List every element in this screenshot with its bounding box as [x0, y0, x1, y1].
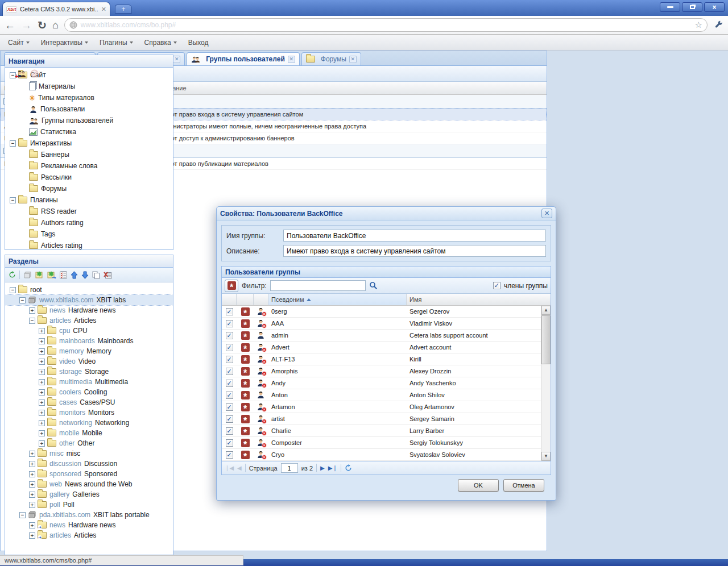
forward-button[interactable]: →: [21, 20, 32, 31]
scroll-down-icon[interactable]: ▼: [541, 452, 551, 461]
user-checkbox[interactable]: ✓: [226, 320, 233, 327]
user-row[interactable]: ✓*×AmorphisAlexey Drozzin: [222, 365, 541, 377]
user-checkbox[interactable]: ✓: [226, 368, 233, 375]
nav-item-users[interactable]: Пользователи: [5, 103, 173, 115]
menu-logout[interactable]: Выход: [188, 39, 209, 47]
tree-collapse-icon[interactable]: −: [10, 140, 16, 147]
section-root[interactable]: −root: [5, 285, 173, 295]
user-checkbox[interactable]: ✓: [226, 415, 233, 423]
tree-collapse-icon[interactable]: −: [10, 287, 16, 293]
new-tab-button[interactable]: +: [115, 5, 132, 14]
section-multimedia[interactable]: +multimediaMultimedia: [5, 377, 173, 387]
tree-expand-icon[interactable]: +: [29, 307, 35, 314]
user-checkbox[interactable]: ✓: [226, 392, 233, 399]
site-icon[interactable]: [23, 271, 32, 279]
tree-expand-icon[interactable]: +: [39, 430, 45, 436]
section-web[interactable]: +webNews around the Web: [5, 479, 173, 489]
user-checkbox[interactable]: ✓: [226, 344, 233, 351]
user-row[interactable]: ✓*×CryoSvyatoslav Soloviev: [222, 449, 541, 461]
user-row[interactable]: ✓*×artistSergey Samarin: [222, 413, 541, 425]
vertical-scrollbar[interactable]: ▲ ▼: [541, 306, 551, 461]
section-news[interactable]: +newsHardware news: [5, 305, 173, 315]
section-discussion[interactable]: +discussionDiscussion: [5, 459, 173, 469]
refresh-icon[interactable]: [9, 271, 16, 278]
nav-item-materials[interactable]: Материалы: [5, 81, 173, 92]
new-section-icon[interactable]: [35, 271, 44, 279]
copy-icon[interactable]: [92, 271, 100, 279]
window-maximize-button[interactable]: [682, 2, 702, 12]
delete-icon[interactable]: [104, 271, 112, 279]
section-other[interactable]: +otherOther: [5, 438, 173, 448]
move-down-icon[interactable]: [81, 271, 89, 279]
nav-item-banners[interactable]: Баннеры: [5, 149, 173, 160]
ok-button[interactable]: OK: [458, 479, 499, 492]
dialog-close-button[interactable]: ✕: [541, 209, 552, 218]
bookmark-star-icon[interactable]: ☆: [695, 20, 702, 30]
tab-forums[interactable]: Форумы✕: [301, 52, 361, 65]
user-row[interactable]: ✓*×CharlieLarry Barber: [222, 425, 541, 437]
user-row[interactable]: ✓*×AdvertAdvert account: [222, 342, 541, 353]
cetera-filter-button[interactable]: *: [225, 280, 238, 292]
tree-collapse-icon[interactable]: −: [10, 197, 16, 203]
nav-item-forums[interactable]: Форумы: [5, 183, 173, 194]
menu-plugins[interactable]: Плагины: [100, 39, 133, 47]
last-page-icon[interactable]: ▶❘: [328, 465, 337, 471]
next-page-icon[interactable]: ▶: [320, 465, 325, 471]
menu-site[interactable]: Сайт: [8, 39, 30, 47]
prev-page-icon[interactable]: ◀: [237, 465, 242, 471]
reload-button[interactable]: ↻: [38, 20, 47, 31]
section-sponsored[interactable]: +sponsoredSponsored: [5, 469, 173, 479]
nav-item-rss-reader[interactable]: RSS reader: [5, 206, 173, 217]
user-checkbox[interactable]: ✓: [226, 439, 233, 447]
user-row[interactable]: ✓*×ArtamonOleg Artamonov: [222, 401, 541, 413]
tree-expand-icon[interactable]: +: [29, 522, 35, 528]
nav-item-mailings[interactable]: Рассылки: [5, 172, 173, 183]
section-storage[interactable]: +storageStorage: [5, 367, 173, 377]
group-description-input[interactable]: [283, 245, 546, 257]
dialog-titlebar[interactable]: Свойства: Пользователи BackOffice ✕: [217, 207, 556, 220]
nav-item-interactives[interactable]: −Интерактивы: [5, 138, 173, 149]
tree-expand-icon[interactable]: +: [29, 532, 35, 539]
tree-collapse-icon[interactable]: −: [19, 297, 26, 303]
section-monitors[interactable]: +monitorsMonitors: [5, 407, 173, 418]
tab-user-groups[interactable]: Группы пользователей✕: [187, 52, 300, 65]
nav-item-authors-rating[interactable]: Authors rating: [5, 217, 173, 228]
user-row[interactable]: ✓*×ComposterSergiy Tolokunskyy: [222, 437, 541, 449]
delete-disabled-icon[interactable]: [30, 69, 39, 78]
nav-item-user-groups[interactable]: Группы пользователей: [5, 115, 173, 126]
tree-expand-icon[interactable]: +: [29, 492, 35, 498]
section-networking[interactable]: +networkingNetworking: [5, 418, 173, 428]
new-link-section-icon[interactable]: [47, 271, 56, 279]
section-cases[interactable]: +casesCases/PSU: [5, 397, 173, 407]
tree-expand-icon[interactable]: +: [29, 471, 35, 477]
tab-close-icon[interactable]: ✕: [288, 56, 295, 63]
section-articles[interactable]: −articlesArticles: [5, 315, 173, 326]
user-row[interactable]: ✓*×AAAVladimir Viskov: [222, 318, 541, 330]
section-pda-xbitlabs[interactable]: −pda.xbitlabs.comXBIT labs portable: [5, 510, 173, 520]
first-page-icon[interactable]: ❘◀: [225, 465, 234, 471]
nav-item-articles-rating[interactable]: Articles rating: [5, 240, 173, 250]
user-row[interactable]: ✓*AntonAnton Shilov: [222, 389, 541, 401]
section-www-xbitlabs[interactable]: −www.xbitlabs.comXBIT labs: [5, 295, 173, 305]
section-video[interactable]: +videoVideo: [5, 356, 173, 367]
page-number-input[interactable]: [281, 463, 298, 473]
user-checkbox[interactable]: ✓: [226, 403, 233, 411]
tree-expand-icon[interactable]: +: [39, 348, 45, 355]
add-group-icon[interactable]: +: [16, 69, 26, 78]
section-pda-news[interactable]: +newsHardware news: [5, 520, 173, 530]
tab-close-icon[interactable]: ✕: [173, 56, 180, 63]
user-row[interactable]: ✓*×0sergSergei Ozerov: [222, 306, 541, 318]
tree-expand-icon[interactable]: +: [39, 328, 45, 334]
properties-icon[interactable]: [60, 271, 67, 279]
section-gallery[interactable]: +galleryGalleries: [5, 489, 173, 500]
alias-column-header[interactable]: Псевдоним: [268, 294, 407, 305]
tree-collapse-icon[interactable]: −: [29, 318, 35, 324]
wrench-menu-icon[interactable]: [714, 20, 723, 30]
tree-expand-icon[interactable]: +: [29, 461, 35, 467]
user-checkbox[interactable]: ✓: [226, 451, 233, 459]
scrollbar-thumb[interactable]: [541, 315, 551, 364]
column-header-description[interactable]: Описание: [154, 82, 547, 94]
tree-expand-icon[interactable]: +: [39, 440, 45, 447]
tab-close-icon[interactable]: ✕: [101, 6, 106, 13]
search-icon[interactable]: [369, 281, 378, 290]
